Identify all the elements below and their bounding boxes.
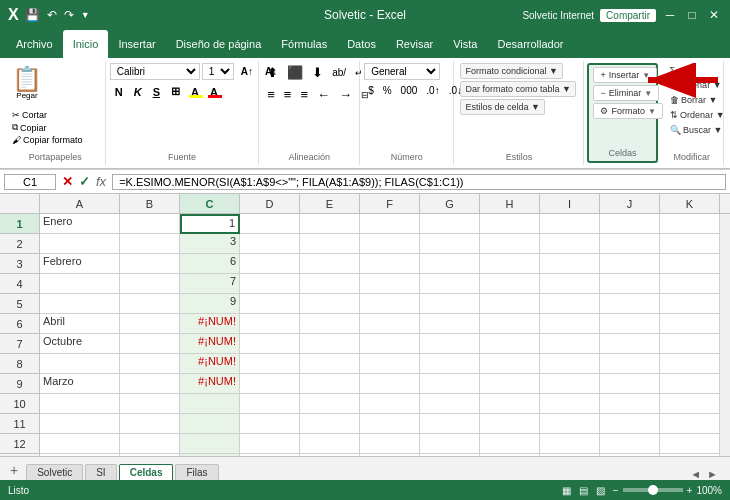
customize-icon[interactable]: ▼ (79, 8, 92, 22)
cell-k9[interactable] (660, 374, 720, 394)
comma-button[interactable]: 000 (397, 83, 422, 98)
cell-f2[interactable] (360, 234, 420, 254)
cell-a5[interactable] (40, 294, 120, 314)
bold-button[interactable]: N (110, 84, 128, 100)
tab-formulas[interactable]: Fórmulas (271, 30, 337, 58)
clear-button[interactable]: 🗑 Borrar ▼ (665, 93, 723, 107)
save-icon[interactable]: 💾 (23, 6, 42, 24)
cell-j4[interactable] (600, 274, 660, 294)
cell-d8[interactable] (240, 354, 300, 374)
cell-i8[interactable] (540, 354, 600, 374)
paste-button[interactable]: 📋 Pegar (12, 67, 42, 100)
cell-k3[interactable] (660, 254, 720, 274)
cell-a7[interactable]: Octubre (40, 334, 120, 354)
cell-k4[interactable] (660, 274, 720, 294)
row-header-6[interactable]: 6 (0, 314, 39, 334)
cell-g1[interactable] (420, 214, 480, 234)
zoom-out-button[interactable]: − (613, 485, 619, 496)
row-header-8[interactable]: 8 (0, 354, 39, 374)
cell-d4[interactable] (240, 274, 300, 294)
row-header-11[interactable]: 11 (0, 414, 39, 434)
cell-j6[interactable] (600, 314, 660, 334)
cell-d6[interactable] (240, 314, 300, 334)
cell-i7[interactable] (540, 334, 600, 354)
cell-k6[interactable] (660, 314, 720, 334)
cell-i1[interactable] (540, 214, 600, 234)
tab-archivo[interactable]: Archivo (6, 30, 63, 58)
align-top-button[interactable]: ⬆ (263, 63, 282, 82)
cell-g3[interactable] (420, 254, 480, 274)
increase-font-size-button[interactable]: A↑ (236, 64, 258, 79)
decrease-indent-button[interactable]: ← (313, 85, 334, 104)
fill-color-button[interactable]: A (186, 84, 204, 100)
font-size-select[interactable]: 11 (202, 63, 234, 80)
cell-j3[interactable] (600, 254, 660, 274)
row-header-7[interactable]: 7 (0, 334, 39, 354)
col-header-i[interactable]: I (540, 194, 600, 213)
format-painter-button[interactable]: 🖌Copiar formato (12, 135, 83, 145)
cell-j5[interactable] (600, 294, 660, 314)
col-header-h[interactable]: H (480, 194, 540, 213)
cell-b3[interactable] (120, 254, 180, 274)
col-header-f[interactable]: F (360, 194, 420, 213)
conditional-format-button[interactable]: Formato condicional ▼ (460, 63, 562, 79)
cell-b9[interactable] (120, 374, 180, 394)
cell-k2[interactable] (660, 234, 720, 254)
undo-icon[interactable]: ↶ (45, 6, 59, 24)
view-normal-icon[interactable]: ▦ (562, 485, 571, 496)
number-format-select[interactable]: General (364, 63, 440, 80)
sort-filter-button[interactable]: ⇅ Ordenar ▼ (665, 108, 730, 122)
scroll-right-icon[interactable]: ► (707, 468, 718, 480)
cell-c3[interactable]: 6 (180, 254, 240, 274)
cell-b7[interactable] (120, 334, 180, 354)
cell-g7[interactable] (420, 334, 480, 354)
cell-k7[interactable] (660, 334, 720, 354)
col-header-e[interactable]: E (300, 194, 360, 213)
cell-a3[interactable]: Febrero (40, 254, 120, 274)
cell-i3[interactable] (540, 254, 600, 274)
cell-b6[interactable] (120, 314, 180, 334)
cell-c5[interactable]: 9 (180, 294, 240, 314)
cell-h4[interactable] (480, 274, 540, 294)
cell-h3[interactable] (480, 254, 540, 274)
cell-g8[interactable] (420, 354, 480, 374)
cell-e6[interactable] (300, 314, 360, 334)
cell-j7[interactable] (600, 334, 660, 354)
col-header-a[interactable]: A (40, 194, 120, 213)
add-sheet-button[interactable]: + (4, 460, 24, 480)
delete-cells-button[interactable]: − Eliminar ▼ (593, 85, 659, 101)
align-right-button[interactable]: ≡ (296, 85, 312, 104)
cell-e9[interactable] (300, 374, 360, 394)
cell-reference-input[interactable] (4, 174, 56, 190)
cell-k5[interactable] (660, 294, 720, 314)
cell-d5[interactable] (240, 294, 300, 314)
cell-c7[interactable]: #¡NUM! (180, 334, 240, 354)
confirm-formula-icon[interactable]: ✓ (77, 174, 92, 189)
zoom-in-button[interactable]: + (687, 485, 693, 496)
cell-e2[interactable] (300, 234, 360, 254)
cell-h6[interactable] (480, 314, 540, 334)
italic-button[interactable]: K (129, 84, 147, 100)
zoom-slider[interactable] (623, 488, 683, 492)
cell-j1[interactable] (600, 214, 660, 234)
col-header-d[interactable]: D (240, 194, 300, 213)
align-bottom-button[interactable]: ⬇ (308, 63, 327, 82)
cell-j2[interactable] (600, 234, 660, 254)
tab-revisar[interactable]: Revisar (386, 30, 443, 58)
cell-i5[interactable] (540, 294, 600, 314)
cell-i4[interactable] (540, 274, 600, 294)
row-header-2[interactable]: 2 (0, 234, 39, 254)
tab-celdas[interactable]: Celdas (119, 464, 174, 480)
cell-f3[interactable] (360, 254, 420, 274)
cell-c4[interactable]: 7 (180, 274, 240, 294)
orientation-button[interactable]: ab/ (328, 65, 350, 80)
cell-d1[interactable] (240, 214, 300, 234)
cell-d3[interactable] (240, 254, 300, 274)
cell-h5[interactable] (480, 294, 540, 314)
cell-i2[interactable] (540, 234, 600, 254)
cell-j9[interactable] (600, 374, 660, 394)
cell-b2[interactable] (120, 234, 180, 254)
border-button[interactable]: ⊞ (166, 83, 185, 100)
cut-button[interactable]: ✂Cortar (12, 110, 83, 120)
cell-k8[interactable] (660, 354, 720, 374)
